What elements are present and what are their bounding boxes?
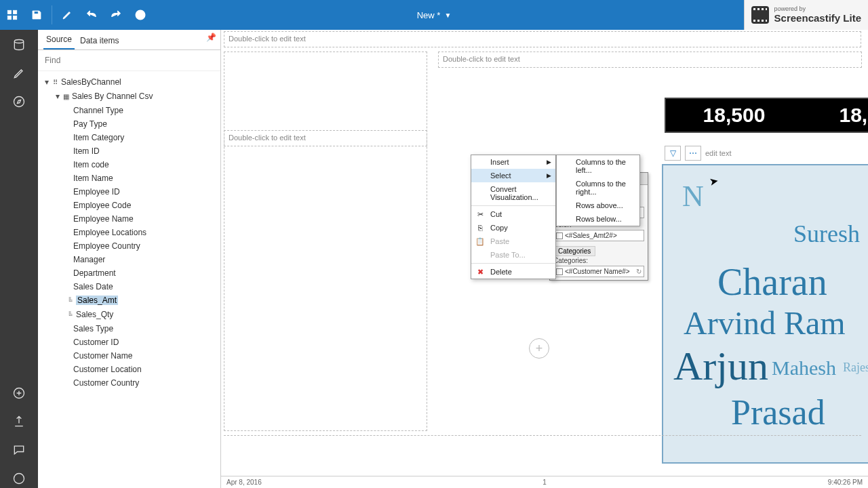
find-input[interactable] xyxy=(38,50,220,71)
tree-field[interactable]: Employee Country xyxy=(73,241,140,251)
tree-sales-qty[interactable]: Sales_Qty xyxy=(76,310,113,319)
menu-paste: 📋Paste xyxy=(471,235,555,248)
run-button[interactable] xyxy=(128,0,153,30)
upload-icon[interactable] xyxy=(9,412,28,431)
report-canvas: Double-click to edit text Double-click t… xyxy=(221,30,868,488)
footer-time: 9:40:26 PM xyxy=(828,479,863,486)
tree-field[interactable]: Channel Type xyxy=(73,106,123,115)
placeholder-text[interactable]: Double-click to edit text xyxy=(439,52,861,66)
filter-button[interactable]: ▽ xyxy=(665,146,681,161)
tree-field[interactable]: Employee Locations xyxy=(73,228,146,237)
document-title[interactable]: New *▼ xyxy=(417,10,452,20)
submenu-cols-right[interactable]: Columns to the right... xyxy=(557,177,639,199)
svg-point-6 xyxy=(14,40,23,43)
tree-field[interactable]: Customer Location xyxy=(73,365,142,374)
menu-paste-to: Paste To... xyxy=(471,248,555,262)
menu-select[interactable]: Select▶ xyxy=(471,169,555,182)
add-icon[interactable] xyxy=(9,384,28,403)
cloud-word: N xyxy=(682,179,704,214)
tag-cloud-visualization[interactable]: N Suresh Charan Arvind Ram Arjun Mahesh … xyxy=(662,164,868,464)
metric-value: 18,800 xyxy=(839,104,868,127)
menu-insert[interactable]: Insert▶ xyxy=(471,155,555,169)
left-rail xyxy=(0,30,38,488)
placeholder-text[interactable]: edit text xyxy=(705,149,732,157)
context-menu: Insert▶ Select▶ Convert Visualization...… xyxy=(471,155,556,279)
svg-rect-4 xyxy=(34,12,38,14)
save-button[interactable] xyxy=(24,0,49,30)
tree-field[interactable]: Customer ID xyxy=(73,338,119,347)
svg-point-9 xyxy=(14,474,24,484)
metrics-strip: 18,500 18,800 8,500 xyxy=(665,98,868,133)
tree-field[interactable]: Employee Name xyxy=(73,214,134,224)
menu-cut[interactable]: ✂Cut xyxy=(471,207,555,221)
tree-field[interactable]: Pay Type xyxy=(73,119,107,129)
cloud-word: Arvind Ram xyxy=(684,304,846,342)
data-icon[interactable] xyxy=(9,35,28,54)
metric-value: 18,500 xyxy=(703,104,766,127)
tree-csv[interactable]: Sales By Channel Csv xyxy=(72,92,153,101)
tree-field[interactable]: Item Name xyxy=(73,174,113,183)
tree-field[interactable]: Employee Code xyxy=(73,201,131,210)
tree-field[interactable]: Item code xyxy=(73,160,109,169)
copy-icon: ⎘ xyxy=(475,224,485,232)
menu-convert[interactable]: Convert Visualization... xyxy=(471,182,555,204)
footer-date: Apr 8, 2016 xyxy=(226,479,262,486)
screencastify-badge: powered byScreencastify Lite xyxy=(744,0,868,30)
scissors-icon: ✂ xyxy=(475,210,485,219)
context-submenu: Columns to the left... Columns to the ri… xyxy=(556,155,640,226)
categories-section[interactable]: Categories xyxy=(553,246,595,256)
svg-point-7 xyxy=(14,97,24,107)
paste-icon: 📋 xyxy=(475,237,485,246)
cloud-word: Arjun xyxy=(673,343,768,390)
tab-data-items[interactable]: Data items xyxy=(77,32,121,49)
submenu-rows-below[interactable]: Rows below... xyxy=(557,212,639,226)
svg-rect-2 xyxy=(7,16,11,20)
delete-icon: ✖ xyxy=(475,268,485,277)
cloud-word: Rajesh xyxy=(843,361,868,375)
pin-icon[interactable]: 📌 xyxy=(206,33,216,42)
svg-rect-3 xyxy=(14,16,17,20)
tab-source[interactable]: Source xyxy=(43,30,75,49)
placeholder-text[interactable]: Double-click to edit text xyxy=(224,131,427,144)
tree-field[interactable]: Item ID xyxy=(73,146,100,156)
film-icon xyxy=(751,6,769,24)
svg-rect-0 xyxy=(7,10,11,14)
tree-field[interactable]: Sales Date xyxy=(73,282,113,291)
tree-root[interactable]: SalesByChannel xyxy=(61,77,121,87)
tree-field[interactable]: Customer Name xyxy=(73,351,132,361)
top-toolbar: New *▼ powered byScreencastify Lite xyxy=(0,0,868,30)
menu-copy[interactable]: ⎘Copy xyxy=(471,221,555,235)
add-widget-button[interactable]: + xyxy=(529,338,549,359)
data-tree: ▾⠿SalesByChannel ▾▦Sales By Channel Csv … xyxy=(38,71,220,394)
cloud-word: Mahesh xyxy=(772,357,836,380)
cloud-word: Charan xyxy=(717,260,827,304)
more-button[interactable]: ⋯ xyxy=(685,146,701,161)
placeholder-text[interactable]: Double-click to edit text xyxy=(224,32,861,45)
redo-button[interactable] xyxy=(104,0,128,30)
status-bar: Apr 8, 2016 1 9:40:26 PM xyxy=(221,476,868,488)
submenu-cols-left[interactable]: Columns to the left... xyxy=(557,155,639,177)
submenu-rows-above[interactable]: Rows above... xyxy=(557,199,639,212)
tree-field[interactable]: Customer Country xyxy=(73,378,139,388)
source-panel: Source Data items 📌 ▾⠿SalesByChannel ▾▦S… xyxy=(38,30,221,488)
tree-field[interactable]: Department xyxy=(73,268,116,278)
menu-delete[interactable]: ✖Delete xyxy=(471,265,555,279)
undo-button[interactable] xyxy=(79,0,104,30)
help-icon[interactable] xyxy=(9,469,28,488)
tree-field[interactable]: Manager xyxy=(73,255,105,264)
svg-rect-1 xyxy=(14,10,17,14)
color-field[interactable]: <#Sales_Amt2#> xyxy=(553,230,644,241)
tree-field[interactable]: Sales Type xyxy=(73,324,113,333)
pencil-icon[interactable] xyxy=(9,64,28,83)
app-menu-button[interactable] xyxy=(0,0,24,30)
tree-field[interactable]: Item Category xyxy=(73,133,124,142)
edit-button[interactable] xyxy=(55,0,79,30)
categories-label: Categories: xyxy=(550,257,648,264)
chat-icon[interactable] xyxy=(9,441,28,460)
categories-field[interactable]: <#Customer Name#>↻ xyxy=(553,266,644,277)
tree-sales-amt[interactable]: Sales_Amt xyxy=(76,296,118,305)
tree-field[interactable]: Employee ID xyxy=(73,187,120,197)
footer-page: 1 xyxy=(542,479,547,486)
compass-icon[interactable] xyxy=(9,92,28,111)
cloud-word: Prasad xyxy=(731,392,825,432)
